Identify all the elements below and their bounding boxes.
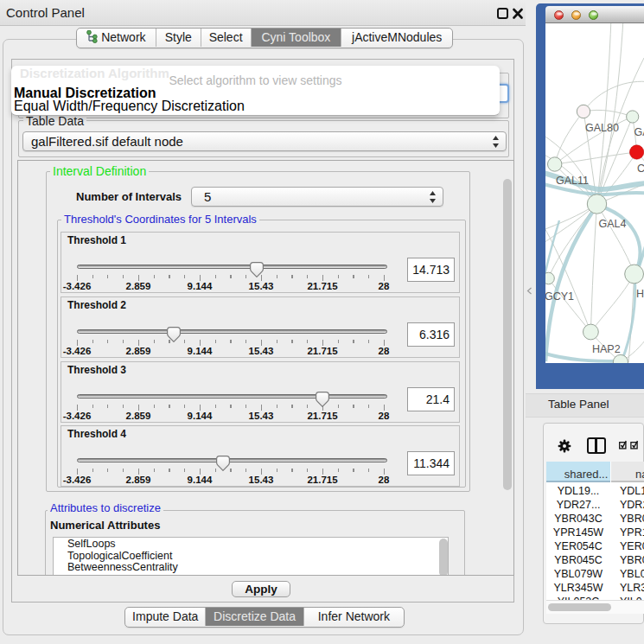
svg-text:GAL11: GAL11	[556, 175, 589, 187]
svg-text:C: C	[637, 163, 644, 175]
svg-text:HAP2: HAP2	[592, 343, 621, 355]
svg-text:GA: GA	[634, 126, 644, 138]
svg-text:GCY1: GCY1	[545, 290, 574, 303]
svg-text:H: H	[636, 288, 644, 300]
svg-text:GAL4: GAL4	[599, 218, 627, 230]
svg-text:GAL80: GAL80	[585, 122, 619, 134]
